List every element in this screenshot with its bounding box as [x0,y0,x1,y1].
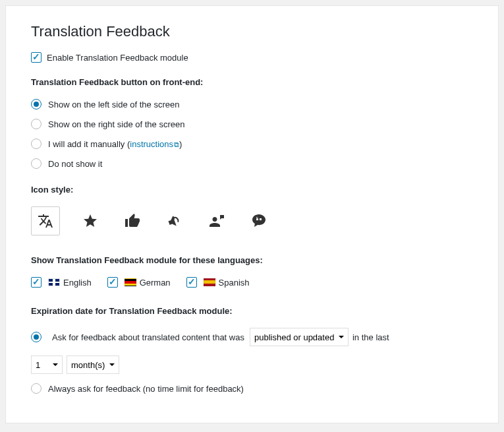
expiration-always-label: Always ask for feedback (no time limit f… [48,384,244,394]
lang-item-es: Spanish [186,277,250,288]
expiration-heading: Expiration date for Translation Feedback… [31,306,473,316]
icon-option-translate[interactable] [31,206,60,235]
position-radio-none[interactable] [31,158,42,169]
position-radio-right[interactable] [31,119,42,129]
position-label-none: Do not show it [48,159,102,169]
enable-module-label: Enable Translation Feedback module [47,53,188,63]
button-position-group: Show on the left side of the screen Show… [31,99,473,169]
enable-module-checkbox[interactable] [31,52,42,63]
manual-suffix: ) [179,139,182,149]
position-option-none: Do not show it [31,158,473,169]
position-option-right: Show on the right side of the screen [31,119,473,129]
megaphone-icon [167,213,182,229]
star-icon [82,213,98,229]
person-comment-icon [209,213,225,229]
position-option-manual: I will add it manually (instructions⧉) [31,139,473,149]
expiration-option-timed: Ask for feedback about translated conten… [31,328,473,346]
lang-checkbox-en[interactable] [31,277,42,288]
icon-option-megaphone[interactable] [163,209,186,233]
instructions-link-text: instructions [130,139,173,149]
icon-style-heading: Icon style: [31,185,473,195]
position-label-left: Show on the left side of the screen [48,100,179,109]
expiration-mid-text: in the last [352,332,389,342]
expiration-radio-always[interactable] [31,383,42,394]
lang-checkbox-de[interactable] [107,277,118,288]
button-position-heading: Translation Feedback button on front-end… [31,77,473,87]
lang-item-de: German [107,277,171,288]
flag-es-icon [204,278,215,286]
external-link-icon: ⧉ [174,140,179,149]
expiration-unit-select[interactable]: month(s) [67,355,119,374]
page-title: Translation Feedback [31,23,473,40]
position-radio-left[interactable] [31,99,42,109]
position-label-right: Show on the right side of the screen [48,119,184,129]
languages-group: English German Spanish [31,277,473,288]
lang-label-de: German [140,278,171,288]
instructions-link[interactable]: instructions⧉ [130,139,179,149]
speech-bubble-icon [251,213,267,229]
languages-heading: Show Translation Feedback module for the… [31,255,473,265]
expiration-trigger-select[interactable]: published or updated [250,328,349,346]
enable-module-row: Enable Translation Feedback module [31,52,473,63]
flag-de-icon [125,278,136,286]
expiration-radio-timed[interactable] [31,332,42,342]
icon-option-speech[interactable] [247,209,271,233]
expiration-option-always: Always ask for feedback (no time limit f… [31,383,473,394]
translate-icon [38,213,53,229]
thumb-up-icon [125,213,140,229]
lang-label-en: English [63,278,92,288]
icon-style-group [31,206,473,235]
manual-prefix: I will add it manually ( [48,139,130,149]
expiration-time-selects: 1 month(s) [31,355,473,374]
icon-option-thumb[interactable] [121,209,144,233]
position-label-manual: I will add it manually (instructions⧉) [48,139,182,149]
icon-option-star[interactable] [78,209,102,233]
flag-uk-icon [48,278,60,286]
lang-label-es: Spanish [219,278,250,288]
position-option-left: Show on the left side of the screen [31,99,473,109]
translation-feedback-panel: Translation Feedback Enable Translation … [5,5,499,423]
position-radio-manual[interactable] [31,139,42,149]
lang-checkbox-es[interactable] [186,277,197,288]
expiration-timed-prefix: Ask for feedback about translated conten… [52,332,244,342]
lang-item-en: English [31,277,92,288]
expiration-amount-select[interactable]: 1 [31,355,63,374]
icon-option-person[interactable] [205,209,229,233]
